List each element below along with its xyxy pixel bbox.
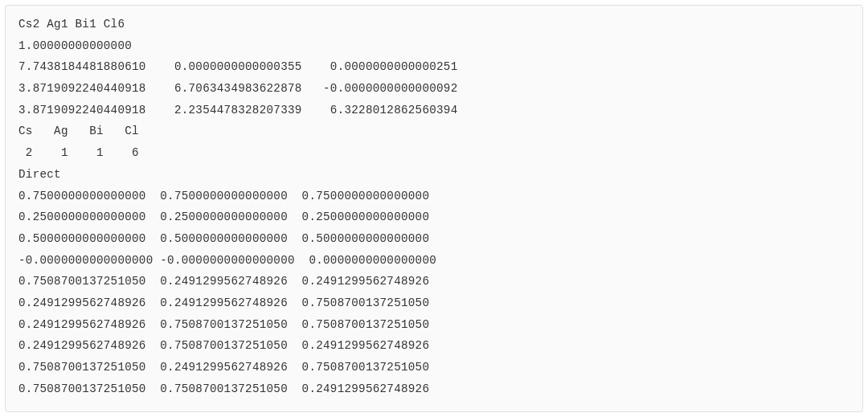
position-row: -0.0000000000000000 -0.0000000000000000 … (18, 254, 436, 267)
scale-line: 1.00000000000000 (18, 39, 132, 52)
counts-line: 2 1 1 6 (18, 146, 139, 159)
position-row: 0.2491299562748926 0.7508700137251050 0.… (18, 339, 429, 352)
position-row: 0.2500000000000000 0.2500000000000000 0.… (18, 211, 429, 223)
lattice-a-line: 7.7438184481880610 0.0000000000000355 0.… (18, 60, 458, 73)
position-row: 0.7508700137251050 0.2491299562748926 0.… (18, 275, 429, 288)
position-row: 0.5000000000000000 0.5000000000000000 0.… (18, 232, 429, 245)
position-row: 0.7500000000000000 0.7500000000000000 0.… (18, 190, 429, 202)
comment-line: Cs2 Ag1 Bi1 Cl6 (18, 18, 125, 31)
position-row: 0.2491299562748926 0.2491299562748926 0.… (18, 296, 429, 309)
position-row: 0.7508700137251050 0.7508700137251050 0.… (18, 382, 429, 395)
lattice-b-line: 3.8719092240440918 6.7063434983622878 -0… (18, 82, 458, 95)
position-row: 0.2491299562748926 0.7508700137251050 0.… (18, 318, 429, 331)
mode-line: Direct (18, 168, 61, 181)
position-row: 0.7508700137251050 0.2491299562748926 0.… (18, 361, 429, 374)
poscar-code-block: Cs2 Ag1 Bi1 Cl6 1.00000000000000 7.74381… (5, 5, 863, 412)
elements-line: Cs Ag Bi Cl (18, 125, 139, 137)
lattice-c-line: 3.8719092240440918 2.2354478328207339 6.… (18, 104, 458, 117)
